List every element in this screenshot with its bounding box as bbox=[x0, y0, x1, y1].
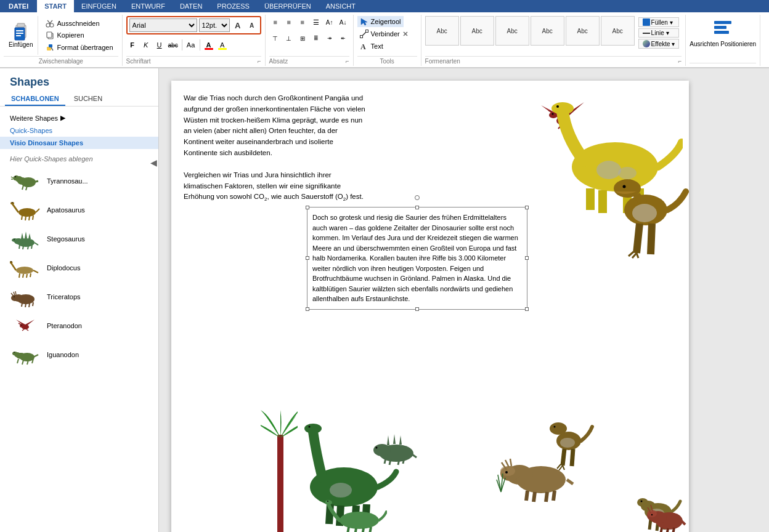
strikethrough-button[interactable]: abc bbox=[167, 39, 179, 51]
font-family-select[interactable]: Arial Times New Roman Calibri bbox=[129, 18, 197, 32]
formenarten-group: Abc Abc Abc Abc Abc Abc Füllen ▾ Linie ▾ bbox=[421, 15, 686, 66]
ribbon-tabs: DATEI START EINFÜGEN ENTWURF DATEN PROZE… bbox=[0, 0, 769, 12]
zeigertool-button[interactable]: Zeigertool bbox=[357, 16, 404, 27]
valign-bot-button[interactable]: ⊞ bbox=[296, 32, 309, 44]
resize-handle-bl[interactable] bbox=[306, 307, 309, 311]
sidebar-collapse-button[interactable]: ◀ bbox=[150, 158, 157, 167]
sidebar-quick-shapes[interactable]: Quick-Shapes bbox=[0, 124, 158, 137]
ltr-button[interactable]: ↠ bbox=[323, 32, 336, 44]
canvas-area[interactable]: War die Trias noch durch den Großkontine… bbox=[159, 68, 769, 532]
rotation-handle[interactable] bbox=[415, 195, 420, 200]
decrease-indent-button[interactable]: A↓ bbox=[337, 16, 349, 28]
svg-line-38 bbox=[36, 209, 39, 212]
shape-style-1[interactable]: Abc bbox=[425, 16, 459, 46]
sidebar-more-label: Weitere Shapes bbox=[10, 115, 58, 122]
svg-marker-48 bbox=[25, 232, 27, 238]
tab-ansicht[interactable]: ANSICHT bbox=[319, 0, 363, 12]
sidebar-item-stegosaurus[interactable]: Stegosaurus bbox=[0, 224, 158, 253]
shape-style-5[interactable]: Abc bbox=[566, 16, 600, 46]
svg-line-63 bbox=[30, 273, 31, 277]
svg-line-70 bbox=[15, 291, 16, 295]
tab-prozess[interactable]: PROZESS bbox=[210, 0, 257, 12]
align-right-button[interactable]: ≡ bbox=[296, 16, 309, 28]
tab-einfuegen[interactable]: EINFÜGEN bbox=[74, 0, 124, 12]
bold-button[interactable]: F bbox=[126, 39, 139, 51]
canvas-textbox-container[interactable]: Doch so grotesk und riesig die Saurier d… bbox=[307, 207, 527, 310]
resize-handle-tm[interactable] bbox=[415, 206, 419, 209]
paragraph-dialog-launcher[interactable]: ⌐ bbox=[346, 58, 349, 65]
italic-button[interactable]: K bbox=[140, 39, 152, 51]
text-tool-button[interactable]: A Text bbox=[357, 41, 386, 52]
einfuegen-button[interactable]: Einfügen bbox=[4, 16, 38, 55]
valign-top-button[interactable]: ⊤ bbox=[269, 32, 282, 44]
svg-line-62 bbox=[26, 274, 27, 278]
resize-handle-ml[interactable] bbox=[306, 256, 309, 260]
highlight-color-button[interactable]: A bbox=[216, 39, 229, 51]
sidebar-item-triceratops[interactable]: Triceratops bbox=[0, 282, 158, 311]
underline-button[interactable]: U bbox=[153, 39, 166, 51]
tab-ueberpruefen[interactable]: ÜBERPRÜFEN bbox=[257, 0, 319, 12]
sidebar-item-pteranodon[interactable]: Pteranodon bbox=[0, 311, 158, 340]
ausschneiden-button[interactable]: Ausschneiden bbox=[43, 18, 115, 28]
font-size-select[interactable]: 12pt. 10pt. 14pt. bbox=[199, 18, 230, 32]
font-case-button[interactable]: Aa bbox=[185, 39, 197, 51]
sidebar-visio-shapes[interactable]: Visio Dinosaur Shapes bbox=[0, 137, 158, 149]
font-color-button[interactable]: A bbox=[203, 39, 215, 51]
font-shrink-button[interactable]: A bbox=[246, 19, 258, 31]
copy-icon bbox=[46, 31, 54, 39]
sidebar-tab-schablonen[interactable]: SCHABLONEN bbox=[5, 92, 65, 106]
font-dialog-launcher[interactable]: ⌐ bbox=[258, 58, 261, 65]
effekte-button[interactable]: Effekte ▾ bbox=[638, 39, 680, 49]
rtl-button[interactable]: ↞ bbox=[337, 32, 349, 44]
sidebar-item-tyrannosaurus[interactable]: Tyrannosau... bbox=[0, 166, 158, 195]
shape-style-6[interactable]: Abc bbox=[601, 16, 635, 46]
justify-button[interactable]: ≣ bbox=[310, 32, 322, 44]
sidebar-more-shapes[interactable]: Weitere Shapes ▶ bbox=[0, 111, 158, 124]
diplodocus-label: Diplodocus bbox=[47, 264, 80, 272]
svg-line-14 bbox=[51, 47, 53, 50]
align-center-button[interactable]: ≡ bbox=[283, 16, 295, 28]
canvas-triceratops-small[interactable] bbox=[646, 496, 689, 532]
sidebar-tab-suchen[interactable]: SUCHEN bbox=[68, 92, 108, 106]
align-left-button[interactable]: ≡ bbox=[269, 16, 282, 28]
resize-handle-bm[interactable] bbox=[415, 307, 419, 311]
shape-style-3[interactable]: Abc bbox=[495, 16, 529, 46]
canvas-diplodocus-small[interactable] bbox=[325, 493, 387, 532]
ausrichten-group-label bbox=[690, 63, 756, 65]
svg-line-42 bbox=[33, 216, 33, 220]
svg-line-34 bbox=[33, 181, 38, 182]
fuellung-button[interactable]: Füllen ▾ bbox=[638, 17, 680, 27]
svg-point-93 bbox=[14, 352, 15, 353]
svg-line-57 bbox=[11, 263, 16, 270]
svg-point-55 bbox=[14, 239, 15, 240]
resize-handle-tl[interactable] bbox=[306, 206, 309, 209]
valign-mid-button[interactable]: ⊥ bbox=[283, 32, 295, 44]
tab-entwurf[interactable]: ENTWURF bbox=[124, 0, 173, 12]
svg-point-164 bbox=[327, 501, 328, 502]
connector-close-icon[interactable] bbox=[402, 31, 409, 37]
svg-rect-11 bbox=[47, 32, 52, 38]
tab-start[interactable]: START bbox=[37, 0, 74, 12]
linie-button[interactable]: Linie ▾ bbox=[638, 28, 680, 38]
sidebar-item-iguanodon[interactable]: Iguanodon bbox=[0, 340, 158, 369]
shape-style-4[interactable]: Abc bbox=[531, 16, 564, 46]
svg-point-172 bbox=[641, 501, 643, 502]
verbinder-button[interactable]: Verbinder bbox=[357, 28, 411, 39]
svg-rect-18 bbox=[365, 30, 368, 33]
sidebar-item-diplodocus[interactable]: Diplodocus bbox=[0, 253, 158, 282]
tab-daten[interactable]: DATEN bbox=[173, 0, 210, 12]
resize-handle-mr[interactable] bbox=[525, 256, 529, 260]
sidebar-item-apatosaurus[interactable]: Apatosaurus bbox=[0, 195, 158, 224]
shape-style-2[interactable]: Abc bbox=[460, 16, 494, 46]
resize-handle-br[interactable] bbox=[525, 307, 529, 311]
formenarten-dialog-launcher[interactable]: ⌐ bbox=[678, 58, 682, 65]
format-uebertragen-button[interactable]: Format übertragen bbox=[43, 42, 115, 52]
tab-datei[interactable]: DATEI bbox=[0, 0, 37, 12]
increase-indent-button[interactable]: A↑ bbox=[323, 16, 336, 28]
font-grow-button[interactable]: A bbox=[232, 19, 244, 31]
canvas-selected-textbox[interactable]: Doch so grotesk und riesig die Saurier d… bbox=[307, 207, 527, 310]
canvas-trex-right[interactable] bbox=[603, 155, 689, 278]
kopieren-button[interactable]: Kopieren bbox=[43, 30, 115, 40]
bullet-list-button[interactable]: ☰ bbox=[310, 16, 322, 28]
svg-line-72 bbox=[25, 304, 26, 307]
